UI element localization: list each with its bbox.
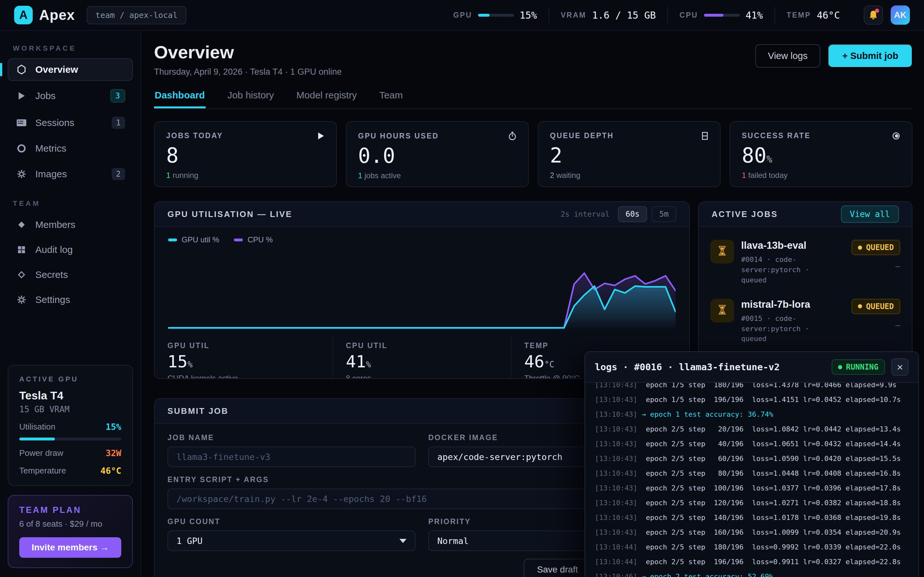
sidebar-item-label: Members [35,219,75,230]
job-name: mistral-7b-lora [741,299,845,310]
log-line: [13:10:43] epoch 1/5 step 180/196 loss=1… [595,383,909,392]
topbar-vram-stat: VRAM 1.6 / 15 GB [549,7,667,23]
log-line: [13:10:43] epoch 2/5 step 160/196 loss=1… [595,525,909,540]
stat-card-queue-depth: QUEUE DEPTH 2 2 waiting [538,121,720,187]
page-subtitle: Thursday, April 9, 2026 · Tesla T4 · 1 G… [154,67,342,77]
gpu-util-stat: GPU UTIL 15% CUDA kernels active [155,335,333,379]
view-all-button[interactable]: View all [841,205,899,223]
sidebar-item-label: Overview [35,64,78,75]
gpu-minibar-fill [478,14,490,17]
tab-job-history[interactable]: Job history [227,89,275,108]
workspace-breadcrumb[interactable]: team / apex-local [87,6,187,24]
sidebar-item-members[interactable]: Members [8,213,133,236]
sidebar-item-label: Images [35,169,67,179]
gpu-value: 15% [520,10,537,21]
job-name-input[interactable]: llama3-finetune-v3 [168,446,415,467]
active-jobs-title: ACTIVE JOBS [712,210,778,219]
sidebar-item-label: Metrics [35,143,66,154]
stat-card-success-rate: SUCCESS RATE 80% 1 failed today [730,121,913,187]
queue-icon [701,132,708,140]
grid-icon [15,245,27,254]
stat-sub: running [170,171,198,179]
gs-value: 41 [346,352,366,371]
sidebar-item-jobs[interactable]: Jobs 3 [8,83,133,108]
stat-value: 0.0 [358,144,395,168]
stat-sub-accent: 1 [358,171,362,180]
close-icon[interactable]: × [891,358,909,376]
logs-status-badge: RUNNING [832,359,885,375]
status-dot [858,245,862,250]
images-count-badge: 2 [111,168,125,180]
job-row-mistral-7b-lora[interactable]: mistral-7b-lora #0015 · code-server:pyto… [707,294,903,349]
gpu-panel-title: GPU UTILISATION — LIVE [168,210,292,219]
topbar-cpu-stat: CPU 41% [667,7,774,23]
invite-members-button[interactable]: Invite members → [19,537,121,558]
gpu-count-select[interactable]: 1 GPU [168,530,415,551]
sidebar: WORKSPACE Overview Jobs 3 Sessions 1 [0,31,141,577]
stat-sub: jobs active [362,171,401,180]
logs-body[interactable]: [13:10:43] epoch 1/5 step 180/196 loss=1… [585,383,918,577]
stat-sub: failed today [746,171,787,179]
stat-label: JOBS TODAY [166,131,223,140]
page-title: Overview [154,42,342,63]
sidebar-item-overview[interactable]: Overview [8,58,133,81]
team-plan-card: TEAM PLAN 6 of 8 seats · $29 / mo Invite… [8,495,133,568]
stat-sub-accent: 1 [742,171,746,179]
log-line: [13:10:43] → epoch 1 test accuracy: 36.7… [595,407,909,422]
power-draw-value: 32W [105,448,121,458]
log-line: [13:10:43] epoch 2/5 step 80/196 loss=1.… [595,466,909,481]
utilisation-bar [19,438,121,440]
cpu-value: 41% [746,10,763,21]
stopwatch-icon [508,131,517,140]
cpu-label: CPU [680,11,698,19]
notifications-button[interactable] [864,5,883,25]
tab-team[interactable]: Team [379,89,403,108]
logs-overlay-panel: logs · #0016 · llama3-finetune-v2 RUNNIN… [585,351,919,577]
sidebar-item-metrics[interactable]: Metrics [8,137,133,160]
circle-icon [15,144,27,153]
stat-label: SUCCESS RATE [742,131,811,140]
status-dot [838,365,842,369]
gs-label: TEMP [524,342,676,350]
gear-icon [15,295,27,304]
power-draw-label: Power draw [19,448,63,458]
hourglass-icon [710,299,734,322]
gpu-minibar [478,14,514,17]
gpu-vram: 15 GB VRAM [19,405,121,414]
sidebar-item-label: Sessions [35,117,74,128]
cpu-legend-swatch [234,239,243,242]
tab-model-registry[interactable]: Model registry [296,89,357,108]
diamond-filled-icon [15,220,27,229]
sidebar-item-sessions[interactable]: Sessions 1 [8,111,133,135]
job-row-llava-13b-eval[interactable]: llava-13b-eval #0014 · code-server:pytor… [707,235,903,290]
stat-cards-row: JOBS TODAY 8 1 running GPU HOURS USED 0.… [154,121,913,187]
gs-label: CPU UTIL [346,342,498,350]
range-60s-button[interactable]: 60s [618,206,647,222]
submit-job-button[interactable]: + Submit job [828,44,913,68]
job-name-label: JOB NAME [168,434,415,442]
job-extra: — [895,321,900,330]
stat-value: 80 [742,143,766,167]
gpu-legend-label: GPU util % [182,235,219,244]
job-meta: #0015 · code-server:pytorch ·queued [741,314,845,344]
sidebar-item-images[interactable]: Images 2 [8,162,133,186]
sidebar-item-audit-log[interactable]: Audit log [8,239,133,261]
sidebar-item-secrets[interactable]: Secrets [8,263,133,286]
stat-value: 2 [550,143,562,167]
gs-sub: 8 cores [346,374,498,379]
log-line: [13:10:43] epoch 2/5 step 100/196 loss=1… [595,481,909,496]
temp-label: TEMP [787,11,811,19]
stat-sub-accent: 1 [166,171,170,179]
job-name-field: JOB NAME llama3-finetune-v3 [168,434,415,467]
view-logs-button[interactable]: View logs [755,44,821,68]
avatar[interactable]: AK [891,5,910,25]
gear-icon [15,169,27,179]
tab-dashboard[interactable]: Dashboard [154,89,206,108]
save-draft-button[interactable]: Save draft [523,559,591,577]
gs-unit: % [366,359,371,369]
active-indicator [0,63,2,76]
target-icon [892,132,900,140]
range-5m-button[interactable]: 5m [652,206,676,222]
sidebar-item-label: Secrets [35,269,68,280]
sidebar-item-settings[interactable]: Settings [8,288,133,311]
